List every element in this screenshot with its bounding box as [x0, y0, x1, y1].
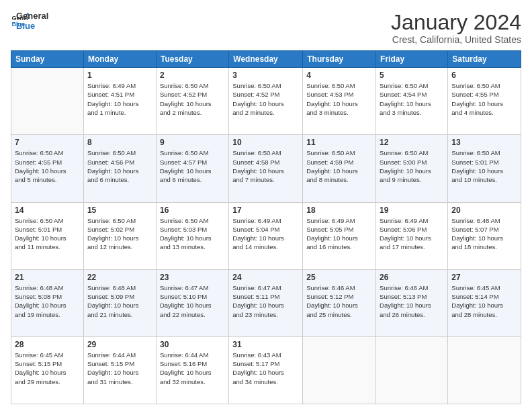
day-info: Sunrise: 6:50 AM Sunset: 4:56 PM Dayligh…: [87, 148, 152, 184]
day-info: Sunrise: 6:43 AM Sunset: 5:17 PM Dayligh…: [232, 351, 299, 386]
calendar-header-cell: Thursday: [303, 51, 376, 68]
calendar-header-cell: Wednesday: [229, 51, 303, 68]
day-info: Sunrise: 6:50 AM Sunset: 5:02 PM Dayligh…: [87, 216, 152, 252]
calendar-cell: 10Sunrise: 6:50 AM Sunset: 4:58 PM Dayli…: [229, 135, 303, 202]
day-number: 6: [451, 71, 517, 80]
day-number: 25: [306, 273, 372, 282]
logo: General Blue General Blue: [11, 11, 48, 31]
calendar-cell: 6Sunrise: 6:50 AM Sunset: 4:55 PM Daylig…: [448, 68, 521, 135]
calendar-cell: 21Sunrise: 6:48 AM Sunset: 5:08 PM Dayli…: [11, 269, 84, 336]
day-info: Sunrise: 6:50 AM Sunset: 5:01 PM Dayligh…: [451, 148, 517, 184]
calendar-header-cell: Friday: [376, 51, 448, 68]
calendar-cell: 4Sunrise: 6:50 AM Sunset: 4:53 PM Daylig…: [303, 68, 376, 135]
calendar-header-cell: Monday: [83, 51, 156, 68]
calendar-cell: 23Sunrise: 6:47 AM Sunset: 5:10 PM Dayli…: [156, 269, 228, 336]
day-number: 20: [451, 205, 517, 215]
calendar-cell: 11Sunrise: 6:50 AM Sunset: 4:59 PM Dayli…: [303, 135, 376, 202]
calendar-cell: 29Sunrise: 6:44 AM Sunset: 5:15 PM Dayli…: [83, 336, 156, 404]
logo-line1: General: [16, 11, 48, 21]
day-info: Sunrise: 6:50 AM Sunset: 5:01 PM Dayligh…: [15, 216, 80, 252]
calendar-cell: 13Sunrise: 6:50 AM Sunset: 5:01 PM Dayli…: [448, 135, 521, 202]
calendar-cell: [303, 336, 376, 404]
calendar-cell: 25Sunrise: 6:46 AM Sunset: 5:12 PM Dayli…: [303, 269, 376, 336]
day-info: Sunrise: 6:48 AM Sunset: 5:07 PM Dayligh…: [451, 216, 517, 252]
day-number: 26: [380, 273, 444, 282]
calendar-cell: 2Sunrise: 6:50 AM Sunset: 4:52 PM Daylig…: [156, 68, 228, 135]
calendar-header-cell: Tuesday: [156, 51, 228, 68]
day-info: Sunrise: 6:50 AM Sunset: 4:59 PM Dayligh…: [306, 148, 372, 184]
day-info: Sunrise: 6:47 AM Sunset: 5:10 PM Dayligh…: [160, 283, 225, 319]
day-info: Sunrise: 6:49 AM Sunset: 5:06 PM Dayligh…: [380, 216, 444, 252]
day-info: Sunrise: 6:49 AM Sunset: 4:51 PM Dayligh…: [87, 81, 152, 117]
day-info: Sunrise: 6:48 AM Sunset: 5:09 PM Dayligh…: [87, 283, 152, 319]
day-info: Sunrise: 6:50 AM Sunset: 4:52 PM Dayligh…: [232, 81, 299, 117]
day-number: 13: [451, 138, 517, 147]
day-number: 27: [451, 273, 517, 282]
day-info: Sunrise: 6:49 AM Sunset: 5:04 PM Dayligh…: [232, 216, 299, 252]
day-info: Sunrise: 6:44 AM Sunset: 5:16 PM Dayligh…: [160, 351, 225, 386]
calendar-cell: 5Sunrise: 6:50 AM Sunset: 4:54 PM Daylig…: [376, 68, 448, 135]
day-info: Sunrise: 6:50 AM Sunset: 5:00 PM Dayligh…: [380, 148, 444, 184]
calendar-cell: 3Sunrise: 6:50 AM Sunset: 4:52 PM Daylig…: [229, 68, 303, 135]
day-number: 31: [232, 340, 299, 349]
calendar-header-cell: Sunday: [11, 51, 84, 68]
day-number: 9: [160, 138, 225, 147]
calendar-row: 28Sunrise: 6:45 AM Sunset: 5:15 PM Dayli…: [11, 336, 521, 404]
calendar-row: 21Sunrise: 6:48 AM Sunset: 5:08 PM Dayli…: [11, 269, 521, 336]
calendar-row: 14Sunrise: 6:50 AM Sunset: 5:01 PM Dayli…: [11, 202, 521, 269]
day-info: Sunrise: 6:44 AM Sunset: 5:15 PM Dayligh…: [87, 351, 152, 386]
day-number: 12: [380, 138, 444, 147]
day-number: 28: [15, 340, 80, 349]
calendar-table: SundayMondayTuesdayWednesdayThursdayFrid…: [11, 50, 521, 404]
month-title: January 2024: [391, 11, 521, 34]
day-number: 15: [87, 205, 152, 215]
day-number: 4: [306, 71, 372, 80]
day-info: Sunrise: 6:50 AM Sunset: 4:58 PM Dayligh…: [232, 148, 299, 184]
logo-line2: Blue: [16, 21, 48, 31]
day-number: 19: [380, 205, 444, 215]
day-number: 24: [232, 273, 299, 282]
day-number: 2: [160, 71, 225, 80]
calendar-cell: 15Sunrise: 6:50 AM Sunset: 5:02 PM Dayli…: [83, 202, 156, 269]
day-number: 21: [15, 273, 80, 282]
day-number: 5: [380, 71, 444, 80]
day-number: 23: [160, 273, 225, 282]
day-info: Sunrise: 6:50 AM Sunset: 4:55 PM Dayligh…: [15, 148, 80, 184]
calendar-cell: [448, 336, 521, 404]
day-number: 10: [232, 138, 299, 147]
header: General Blue General Blue January 2024 C…: [11, 11, 521, 45]
day-number: 16: [160, 205, 225, 215]
calendar-cell: 14Sunrise: 6:50 AM Sunset: 5:01 PM Dayli…: [11, 202, 84, 269]
day-number: 8: [87, 138, 152, 147]
day-number: 22: [87, 273, 152, 282]
day-info: Sunrise: 6:49 AM Sunset: 5:05 PM Dayligh…: [306, 216, 372, 252]
calendar-cell: 20Sunrise: 6:48 AM Sunset: 5:07 PM Dayli…: [448, 202, 521, 269]
day-number: 18: [306, 205, 372, 215]
calendar-cell: 8Sunrise: 6:50 AM Sunset: 4:56 PM Daylig…: [83, 135, 156, 202]
day-info: Sunrise: 6:50 AM Sunset: 4:52 PM Dayligh…: [160, 81, 225, 117]
day-number: 3: [232, 71, 299, 80]
calendar-cell: 18Sunrise: 6:49 AM Sunset: 5:05 PM Dayli…: [303, 202, 376, 269]
calendar-cell: [11, 68, 84, 135]
page: General Blue General Blue January 2024 C…: [0, 0, 532, 411]
day-info: Sunrise: 6:50 AM Sunset: 4:54 PM Dayligh…: [380, 81, 444, 117]
day-info: Sunrise: 6:47 AM Sunset: 5:11 PM Dayligh…: [232, 283, 299, 319]
calendar-cell: 7Sunrise: 6:50 AM Sunset: 4:55 PM Daylig…: [11, 135, 84, 202]
calendar-cell: 19Sunrise: 6:49 AM Sunset: 5:06 PM Dayli…: [376, 202, 448, 269]
calendar-row: 1Sunrise: 6:49 AM Sunset: 4:51 PM Daylig…: [11, 68, 521, 135]
calendar-cell: 17Sunrise: 6:49 AM Sunset: 5:04 PM Dayli…: [229, 202, 303, 269]
calendar-cell: 22Sunrise: 6:48 AM Sunset: 5:09 PM Dayli…: [83, 269, 156, 336]
calendar-cell: 1Sunrise: 6:49 AM Sunset: 4:51 PM Daylig…: [83, 68, 156, 135]
day-number: 30: [160, 340, 225, 349]
day-info: Sunrise: 6:50 AM Sunset: 4:53 PM Dayligh…: [306, 81, 372, 117]
calendar-cell: 16Sunrise: 6:50 AM Sunset: 5:03 PM Dayli…: [156, 202, 228, 269]
calendar-cell: [376, 336, 448, 404]
day-number: 29: [87, 340, 152, 349]
calendar-cell: 9Sunrise: 6:50 AM Sunset: 4:57 PM Daylig…: [156, 135, 228, 202]
day-info: Sunrise: 6:48 AM Sunset: 5:08 PM Dayligh…: [15, 283, 80, 319]
day-info: Sunrise: 6:50 AM Sunset: 4:57 PM Dayligh…: [160, 148, 225, 184]
calendar-header-cell: Saturday: [448, 51, 521, 68]
day-info: Sunrise: 6:50 AM Sunset: 5:03 PM Dayligh…: [160, 216, 225, 252]
calendar-cell: 28Sunrise: 6:45 AM Sunset: 5:15 PM Dayli…: [11, 336, 84, 404]
day-info: Sunrise: 6:45 AM Sunset: 5:14 PM Dayligh…: [451, 283, 517, 319]
